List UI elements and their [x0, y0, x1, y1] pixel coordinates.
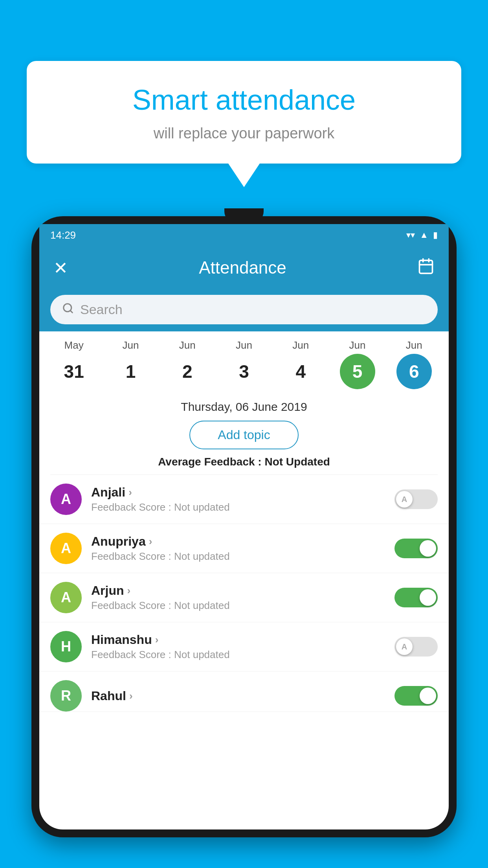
date-jun2[interactable]: Jun 2 — [164, 339, 211, 389]
date-jun4[interactable]: Jun 4 — [277, 339, 324, 389]
status-time: 14:29 — [50, 229, 76, 241]
app-bar: ✕ Attendance — [39, 246, 449, 289]
selected-date: Thursday, 06 June 2019 — [39, 393, 449, 417]
student-name-partial: Rahul › — [91, 689, 385, 703]
avatar-anupriya: A — [50, 533, 82, 564]
student-info-anupriya[interactable]: Anupriya › Feedback Score : Not updated — [91, 534, 385, 563]
wifi-icon: ▾▾ — [406, 230, 415, 240]
battery-icon: ▮ — [433, 230, 438, 240]
attendance-toggle-partial[interactable]: P — [394, 686, 438, 706]
date-may31[interactable]: May 31 — [50, 339, 97, 389]
attendance-toggle-anupriya[interactable]: P — [394, 539, 438, 558]
toggle-partial[interactable]: P — [394, 686, 438, 706]
attendance-toggle-arjun[interactable]: P — [394, 588, 438, 607]
chevron-icon: › — [128, 486, 132, 498]
toggle-anjali[interactable]: A — [394, 489, 438, 509]
date-jun3[interactable]: Jun 3 — [220, 339, 268, 389]
speech-bubble: Smart attendance will replace your paper… — [27, 61, 461, 164]
search-icon — [62, 302, 74, 317]
student-name-himanshu: Himanshu › — [91, 633, 385, 647]
student-info-partial: Rahul › — [91, 689, 385, 703]
phone-container: 14:29 ▾▾ ▲ ▮ ✕ Attendance — [31, 216, 457, 868]
avatar-arjun: A — [50, 582, 82, 613]
phone-notch — [224, 208, 264, 223]
student-info-himanshu[interactable]: Himanshu › Feedback Score : Not updated — [91, 633, 385, 661]
feedback-himanshu: Feedback Score : Not updated — [91, 649, 385, 661]
chevron-icon: › — [149, 535, 152, 548]
search-container: Search — [39, 289, 449, 331]
bubble-subtitle: will replace your paperwork — [50, 125, 438, 142]
bubble-title: Smart attendance — [50, 85, 438, 116]
student-row: A Anupriya › Feedback Score : Not update… — [39, 524, 449, 573]
chevron-icon: › — [155, 634, 159, 646]
student-info-arjun[interactable]: Arjun › Feedback Score : Not updated — [91, 583, 385, 612]
student-row: A Anjali › Feedback Score : Not updated … — [39, 475, 449, 524]
svg-line-5 — [70, 310, 72, 312]
student-name-anjali: Anjali › — [91, 485, 385, 500]
close-button[interactable]: ✕ — [53, 258, 68, 278]
date-jun6[interactable]: Jun 6 — [391, 339, 438, 389]
student-info-anjali[interactable]: Anjali › Feedback Score : Not updated — [91, 485, 385, 513]
search-input[interactable]: Search — [80, 302, 123, 317]
student-row-partial: R Rahul › P — [39, 671, 449, 712]
toggle-arjun[interactable]: P — [394, 588, 438, 607]
feedback-anjali: Feedback Score : Not updated — [91, 501, 385, 513]
calendar-strip: May 31 Jun 1 Jun 2 Jun 3 Jun 4 — [39, 331, 449, 393]
status-icons: ▾▾ ▲ ▮ — [406, 230, 438, 240]
add-topic-button[interactable]: Add topic — [189, 421, 298, 449]
add-topic-container: Add topic — [39, 417, 449, 456]
calendar-icon[interactable] — [417, 257, 435, 278]
toggle-anupriya[interactable]: P — [394, 539, 438, 558]
bubble-tail — [228, 164, 260, 187]
student-row: H Himanshu › Feedback Score : Not update… — [39, 622, 449, 671]
signal-icon: ▲ — [420, 230, 428, 240]
date-jun5[interactable]: Jun 5 — [334, 339, 381, 389]
app-bar-title: Attendance — [199, 258, 286, 278]
chevron-icon: › — [127, 585, 131, 597]
avatar-anjali: A — [50, 484, 82, 515]
date-jun1[interactable]: Jun 1 — [107, 339, 154, 389]
phone-frame: 14:29 ▾▾ ▲ ▮ ✕ Attendance — [31, 216, 457, 837]
student-name-anupriya: Anupriya › — [91, 534, 385, 549]
avg-feedback: Average Feedback : Not Updated — [39, 456, 449, 474]
search-bar[interactable]: Search — [50, 295, 438, 324]
toggle-himanshu[interactable]: A — [394, 637, 438, 657]
attendance-toggle-anjali[interactable]: A — [394, 489, 438, 509]
feedback-arjun: Feedback Score : Not updated — [91, 600, 385, 612]
avatar-partial: R — [50, 680, 82, 712]
student-row: A Arjun › Feedback Score : Not updated P — [39, 573, 449, 622]
feedback-anupriya: Feedback Score : Not updated — [91, 550, 385, 563]
avatar-himanshu: H — [50, 631, 82, 662]
svg-rect-0 — [420, 260, 433, 273]
chevron-icon: › — [129, 690, 133, 702]
speech-bubble-container: Smart attendance will replace your paper… — [27, 61, 461, 187]
student-name-arjun: Arjun › — [91, 583, 385, 598]
attendance-toggle-himanshu[interactable]: A — [394, 637, 438, 657]
status-bar: 14:29 ▾▾ ▲ ▮ — [39, 224, 449, 246]
phone-screen: ✕ Attendance — [39, 246, 449, 829]
